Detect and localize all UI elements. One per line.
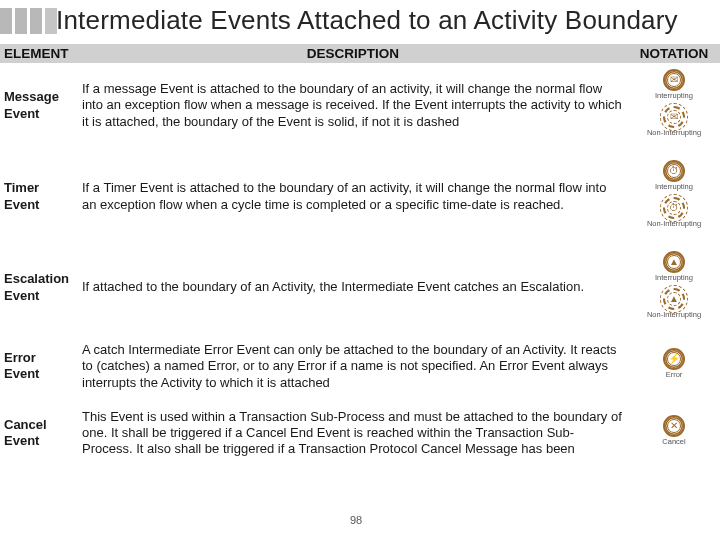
- notation-cell: ⚡Error: [628, 334, 720, 401]
- description-cell: If attached to the boundary of an Activi…: [78, 243, 628, 334]
- description-cell: If a message Event is attached to the bo…: [78, 63, 628, 152]
- notation-interrupting-icon: ⏱Interrupting: [632, 160, 716, 191]
- page-number: 98: [350, 514, 362, 526]
- notation-noninterrupting-icon: ⏱Non-Interrupting: [632, 197, 716, 228]
- th-description: DESCRIPTION: [78, 44, 628, 63]
- page-title: Intermediate Events Attached to an Activ…: [56, 5, 678, 36]
- table-row: Cancel EventThis Event is used within a …: [0, 401, 720, 468]
- table-row: Escalation EventIf attached to the bound…: [0, 243, 720, 334]
- table-row: Timer EventIf a Timer Event is attached …: [0, 152, 720, 243]
- element-cell: Message Event: [0, 63, 78, 152]
- element-cell: Cancel Event: [0, 401, 78, 468]
- description-cell: If a Timer Event is attached to the boun…: [78, 152, 628, 243]
- title-accent-bars: [0, 8, 57, 34]
- notation-error-icon: ⚡Error: [632, 348, 716, 379]
- notation-interrupting-icon: ▲Interrupting: [632, 251, 716, 282]
- element-cell: Escalation Event: [0, 243, 78, 334]
- notation-interrupting-icon: ✉Interrupting: [632, 69, 716, 100]
- notation-cell: ✉Interrupting✉Non-Interrupting: [628, 63, 720, 152]
- table-header-row: ELEMENT DESCRIPTION NOTATION: [0, 44, 720, 63]
- th-notation: NOTATION: [628, 44, 720, 63]
- table-row: Error EventA catch Intermediate Error Ev…: [0, 334, 720, 401]
- element-cell: Timer Event: [0, 152, 78, 243]
- description-cell: This Event is used within a Transaction …: [78, 401, 628, 468]
- notation-cancel-icon: ✕Cancel: [632, 415, 716, 446]
- notation-cell: ▲Interrupting▲Non-Interrupting: [628, 243, 720, 334]
- notation-cell: ✕Cancel: [628, 401, 720, 468]
- notation-noninterrupting-icon: ▲Non-Interrupting: [632, 288, 716, 319]
- notation-noninterrupting-icon: ✉Non-Interrupting: [632, 106, 716, 137]
- description-cell: A catch Intermediate Error Event can onl…: [78, 334, 628, 401]
- th-element: ELEMENT: [0, 44, 78, 63]
- element-cell: Error Event: [0, 334, 78, 401]
- notation-cell: ⏱Interrupting⏱Non-Interrupting: [628, 152, 720, 243]
- table-row: Message EventIf a message Event is attac…: [0, 63, 720, 152]
- events-table: ELEMENT DESCRIPTION NOTATION Message Eve…: [0, 44, 720, 470]
